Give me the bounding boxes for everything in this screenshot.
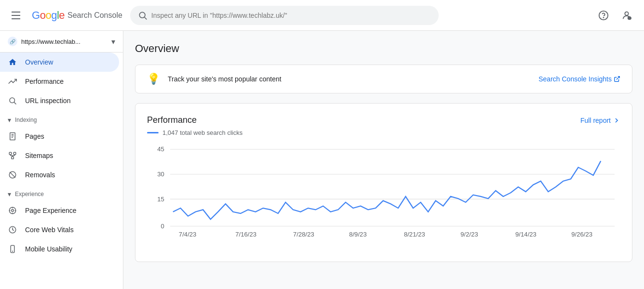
menu-button[interactable] [8, 8, 24, 23]
layout: 🔗 https://www.techlab... ▾ Overview Perf… [0, 31, 644, 289]
svg-text:9/26/23: 9/26/23 [571, 232, 592, 238]
svg-line-1 [145, 17, 147, 19]
pages-icon [8, 131, 17, 141]
sidebar-item-performance[interactable]: Performance [0, 72, 119, 91]
sidebar-label-overview: Overview [25, 58, 53, 66]
svg-line-21 [10, 172, 15, 178]
svg-text:30: 30 [157, 171, 164, 178]
sidebar-label-removals: Removals [25, 171, 55, 179]
sidebar-label-url-inspection: URL inspection [25, 97, 70, 105]
svg-text:45: 45 [157, 146, 164, 153]
url-search-input[interactable] [151, 12, 431, 19]
svg-text:8/9/23: 8/9/23 [349, 232, 367, 238]
svg-text:9/2/23: 9/2/23 [460, 232, 478, 238]
svg-line-31 [617, 77, 619, 79]
experience-section-label: Experience [15, 191, 44, 197]
chart-svg: 45 30 15 0 7/4/23 7/16/23 7/28/23 8/9/23… [147, 144, 620, 250]
legend-line [147, 132, 159, 133]
performance-card-subtitle: 1,047 total web search clicks [147, 129, 620, 136]
svg-text:7/4/23: 7/4/23 [179, 232, 197, 238]
sitemaps-icon [8, 151, 17, 160]
removals-icon [8, 170, 17, 180]
svg-line-8 [14, 102, 16, 104]
search-icon [138, 11, 148, 20]
sidebar-item-mobile-usability[interactable]: Mobile Usability [0, 239, 119, 259]
main-content: Overview 💡 Track your site's most popula… [123, 31, 644, 289]
sidebar-item-pages[interactable]: Pages [0, 127, 119, 146]
property-chevron-icon: ▾ [111, 37, 115, 46]
svg-rect-13 [9, 152, 12, 155]
header: Google Search Console ⚙ [0, 0, 644, 31]
svg-point-0 [139, 12, 145, 18]
indexing-section-header[interactable]: ▾ Indexing [0, 110, 123, 127]
svg-rect-14 [13, 152, 16, 155]
svg-text:9/14/23: 9/14/23 [515, 232, 537, 238]
property-selector[interactable]: 🔗 https://www.techlab... ▾ [0, 31, 123, 53]
mobile-icon [8, 244, 17, 254]
account-button[interactable]: ⚙ [617, 6, 636, 25]
svg-point-7 [10, 98, 15, 103]
svg-text:7/28/23: 7/28/23 [293, 232, 314, 238]
sidebar-item-page-experience[interactable]: Page Experience [0, 201, 119, 220]
property-name: https://www.techlab... [21, 38, 107, 45]
insights-banner: 💡 Track your site's most popular content… [135, 65, 632, 93]
sidebar-item-overview[interactable]: Overview [0, 53, 119, 72]
trending-up-icon [8, 77, 17, 86]
sidebar-item-core-web-vitals[interactable]: Core Web Vitals [0, 220, 119, 239]
performance-card-header: Performance Full report [147, 115, 620, 125]
home-icon [8, 57, 17, 67]
svg-text:0: 0 [161, 223, 164, 229]
sidebar: 🔗 https://www.techlab... ▾ Overview Perf… [0, 31, 123, 289]
url-inspect-icon [8, 96, 17, 105]
core-web-vitals-icon [8, 225, 17, 235]
svg-text:7/16/23: 7/16/23 [235, 232, 256, 238]
full-report-link[interactable]: Full report [580, 117, 620, 124]
performance-subtitle-text: 1,047 total web search clicks [162, 129, 242, 136]
search-console-insights-link[interactable]: Search Console Insights [538, 75, 620, 83]
sidebar-item-removals[interactable]: Removals [0, 165, 119, 184]
property-icon: 🔗 [8, 37, 17, 46]
experience-chevron-icon: ▾ [8, 190, 11, 198]
search-bar[interactable] [130, 6, 439, 25]
svg-point-23 [12, 210, 14, 212]
svg-point-4 [625, 12, 628, 15]
chevron-right-icon [613, 117, 620, 124]
sidebar-item-url-inspection[interactable]: URL inspection [0, 91, 119, 110]
performance-chart: 45 30 15 0 7/4/23 7/16/23 7/28/23 8/9/23… [147, 144, 620, 250]
svg-text:15: 15 [157, 196, 164, 202]
sidebar-label-sitemaps: Sitemaps [25, 152, 53, 159]
svg-text:8/21/23: 8/21/23 [404, 232, 425, 238]
lightbulb-icon: 💡 [147, 73, 160, 85]
help-button[interactable] [594, 6, 613, 25]
sidebar-label-page-experience: Page Experience [25, 207, 77, 214]
sidebar-item-sitemaps[interactable]: Sitemaps [0, 146, 119, 165]
banner-text: Track your site's most popular content [168, 75, 531, 83]
google-logo: Google Search Console [32, 9, 122, 22]
sidebar-label-mobile-usability: Mobile Usability [25, 245, 72, 253]
sidebar-label-pages: Pages [25, 132, 44, 140]
experience-section-header[interactable]: ▾ Experience [0, 184, 123, 201]
performance-card: Performance Full report 1,047 total web … [135, 103, 632, 262]
performance-card-title: Performance [147, 115, 197, 125]
sidebar-label-core-web-vitals: Core Web Vitals [25, 226, 74, 234]
header-actions: ⚙ [594, 6, 636, 25]
external-link-icon [614, 76, 620, 82]
sidebar-label-performance: Performance [25, 78, 64, 85]
indexing-section-label: Indexing [15, 117, 37, 123]
indexing-chevron-icon: ▾ [8, 116, 11, 124]
app-name: Search Console [67, 11, 122, 20]
page-title: Overview [135, 42, 632, 55]
svg-rect-15 [12, 157, 14, 159]
page-experience-icon [8, 206, 17, 215]
